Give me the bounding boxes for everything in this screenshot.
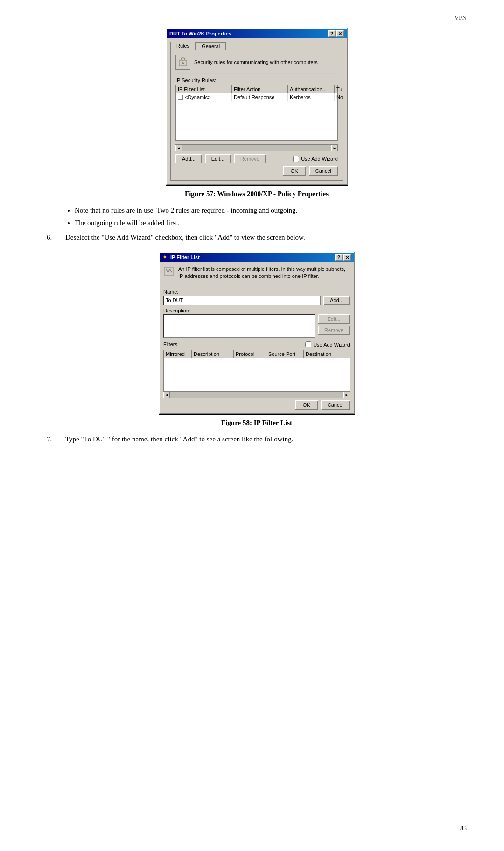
- use-add-wizard-checkbox[interactable]: [293, 156, 299, 162]
- step6-number: 6.: [47, 233, 65, 242]
- figure57-caption: Figure 57: Windows 2000/XP - Policy Prop…: [47, 190, 467, 198]
- add-button[interactable]: Add...: [175, 154, 202, 163]
- ok-cancel-buttons: OK Cancel: [175, 164, 338, 176]
- step7-text: Type "To DUT" for the name, then click "…: [65, 434, 294, 444]
- figure57-wrapper: DUT To Win2K Properties ? ✕ Rules Genera…: [47, 28, 467, 185]
- dut-win2k-dialog: DUT To Win2K Properties ? ✕ Rules Genera…: [166, 28, 348, 185]
- th-protocol: Protocol: [234, 350, 266, 358]
- description-row: Edit... Remove: [163, 314, 350, 339]
- name-input-wrapper: [163, 296, 321, 305]
- name-row: Add...: [163, 296, 350, 305]
- use-add-wizard-text: Use Add Wizard: [301, 156, 338, 162]
- filters-header-row: Filters: Use Add Wizard: [163, 341, 350, 348]
- th-destination: Destination: [304, 350, 341, 358]
- figure58-caption-text: Figure 58: IP Filter List: [221, 419, 292, 426]
- row-checkbox[interactable]: [178, 95, 183, 100]
- bullet-item-2: The outgoing rule will be added first.: [75, 218, 467, 228]
- filters-use-add-wizard: Use Add Wizard: [305, 341, 350, 347]
- info-icon: [163, 266, 175, 277]
- table-row[interactable]: <Dynamic> Default Response Kerberos No: [176, 93, 337, 101]
- tab-rules-content: Security rules for communicating with ot…: [170, 50, 343, 181]
- ip-rules-table: IP Filter List Filter Action Authenticat…: [175, 85, 338, 141]
- ip-filter-content: An IP filter list is composed of multipl…: [160, 262, 354, 413]
- scroll-left-btn[interactable]: ◄: [175, 145, 182, 151]
- td-filter-list: <Dynamic>: [176, 93, 232, 101]
- description-label: Description:: [163, 308, 350, 313]
- dialog-action-buttons: Add... Edit... Remove Use Add Wizard: [175, 151, 338, 164]
- table-body: <Dynamic> Default Response Kerberos No: [176, 93, 337, 140]
- ip-filter-help-button[interactable]: ?: [335, 254, 343, 261]
- vpn-label: VPN: [455, 14, 467, 21]
- filters-use-add-wizard-text: Use Add Wizard: [313, 342, 350, 347]
- step6: 6. Deselect the "Use Add Wizard" checkbo…: [47, 233, 467, 242]
- ip-filter-divider: [163, 285, 350, 285]
- description-input-wrapper: [163, 314, 315, 339]
- tab-general[interactable]: General: [196, 42, 226, 50]
- filters-cancel-button[interactable]: Cancel: [321, 400, 350, 410]
- ip-filter-titlebar-buttons: ? ✕: [335, 254, 351, 261]
- ip-filter-dialog: ✦ IP Filter List ? ✕: [159, 252, 355, 414]
- td-authentication: Kerberos: [288, 93, 335, 101]
- security-icon: [175, 55, 190, 70]
- ip-filter-info: An IP filter list is composed of multipl…: [163, 266, 350, 280]
- th-mirrored: Mirrored: [164, 350, 192, 358]
- ip-filter-title-text: IP Filter List: [170, 255, 200, 260]
- filters-scrollbar: ◄ ►: [163, 391, 350, 398]
- edit-button[interactable]: Edit...: [205, 154, 231, 163]
- dialog-title: DUT To Win2K Properties: [169, 31, 231, 36]
- ip-filter-title: ✦ IP Filter List: [162, 254, 200, 261]
- ip-filter-titlebar: ✦ IP Filter List ? ✕: [160, 253, 354, 262]
- name-input[interactable]: [163, 296, 321, 305]
- close-button[interactable]: ✕: [336, 30, 344, 37]
- help-button[interactable]: ?: [328, 30, 336, 37]
- desc-buttons: Edit... Remove: [318, 314, 350, 339]
- svg-point-2: [182, 62, 184, 63]
- dialog-tabs: Rules General: [170, 42, 343, 50]
- divider: [175, 73, 338, 74]
- th-tu: Tu: [335, 85, 353, 93]
- ip-security-rules-label: IP Security Rules:: [175, 78, 338, 83]
- description-input[interactable]: [163, 314, 315, 338]
- ip-filter-info-text: An IP filter list is composed of multipl…: [178, 266, 350, 280]
- filters-scroll-left[interactable]: ◄: [163, 392, 170, 398]
- name-add-button[interactable]: Add...: [323, 296, 350, 305]
- td-filter-action: Default Response: [232, 93, 288, 101]
- bullet-list: Note that no rules are in use. Two 2 rul…: [75, 206, 467, 228]
- cancel-button[interactable]: Cancel: [309, 166, 338, 176]
- th-source-port: Source Port: [266, 350, 304, 358]
- filters-scroll-right[interactable]: ►: [343, 392, 350, 398]
- step7: 7. Type "To DUT" for the name, then clic…: [47, 434, 467, 444]
- figure58-wrapper: ✦ IP Filter List ? ✕: [47, 252, 467, 414]
- scroll-right-btn[interactable]: ►: [331, 145, 338, 151]
- tab-rules[interactable]: Rules: [170, 42, 196, 50]
- filters-use-add-wizard-checkbox[interactable]: [305, 341, 311, 347]
- figure57-caption-text: Figure 57: Windows 2000/XP - Policy Prop…: [185, 190, 329, 198]
- security-description: Security rules for communicating with ot…: [194, 59, 318, 65]
- remove-button[interactable]: Remove: [234, 154, 266, 163]
- filters-table-header: Mirrored Description Protocol Source Por…: [164, 350, 350, 358]
- filters-table-body: [164, 358, 350, 391]
- th-description: Description: [192, 350, 234, 358]
- filters-table: Mirrored Description Protocol Source Por…: [163, 350, 350, 391]
- use-add-wizard-label: Use Add Wizard: [293, 156, 338, 162]
- filters-label: Filters:: [163, 341, 179, 347]
- security-header: Security rules for communicating with ot…: [175, 55, 338, 70]
- filters-ok-cancel: OK Cancel: [163, 398, 350, 410]
- td-tu: No: [335, 93, 353, 101]
- page-container: VPN DUT To Win2K Properties ? ✕ Rules Ge…: [0, 0, 504, 851]
- scroll-track[interactable]: [182, 145, 331, 151]
- desc-remove-button[interactable]: Remove: [318, 326, 350, 335]
- desc-edit-button[interactable]: Edit...: [318, 314, 350, 324]
- filters-ok-button[interactable]: OK: [295, 400, 318, 410]
- filters-scroll-track[interactable]: [170, 392, 343, 398]
- ok-button[interactable]: OK: [283, 166, 306, 176]
- scrollbar-area: ◄ ►: [175, 144, 338, 151]
- table-header: IP Filter List Filter Action Authenticat…: [176, 85, 337, 93]
- dialog-titlebar: DUT To Win2K Properties ? ✕: [167, 29, 347, 38]
- th-filter-action: Filter Action: [232, 85, 288, 93]
- name-label: Name:: [163, 289, 350, 295]
- ip-filter-close-button[interactable]: ✕: [343, 254, 351, 261]
- figure58-caption: Figure 58: IP Filter List: [47, 419, 467, 427]
- step6-text: Deselect the "Use Add Wizard" checkbox, …: [65, 233, 305, 242]
- bullet-item-1: Note that no rules are in use. Two 2 rul…: [75, 206, 467, 215]
